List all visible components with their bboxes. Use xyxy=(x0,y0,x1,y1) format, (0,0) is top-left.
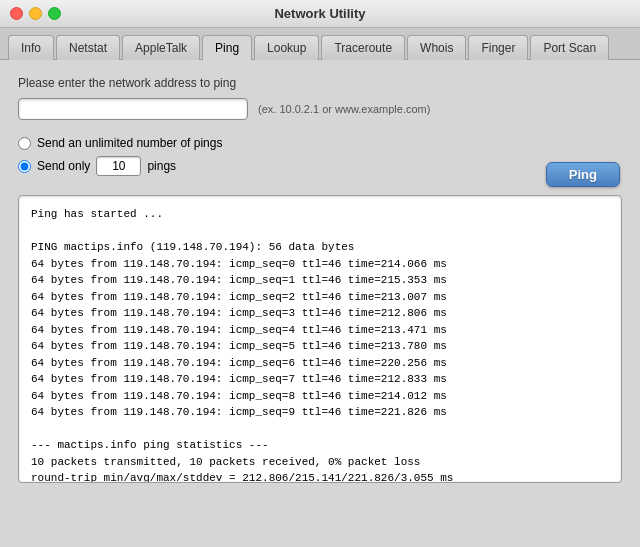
main-content: Please enter the network address to ping… xyxy=(0,60,640,499)
address-hint: (ex. 10.0.2.1 or www.example.com) xyxy=(258,103,430,115)
ping-button[interactable]: Ping xyxy=(546,162,620,187)
unlimited-label[interactable]: Send an unlimited number of pings xyxy=(37,136,222,150)
address-input[interactable] xyxy=(18,98,248,120)
maximize-button[interactable] xyxy=(48,7,61,20)
window-title: Network Utility xyxy=(274,6,365,21)
tab-appletalk[interactable]: AppleTalk xyxy=(122,35,200,60)
window-controls[interactable] xyxy=(10,7,61,20)
tab-info[interactable]: Info xyxy=(8,35,54,60)
minimize-button[interactable] xyxy=(29,7,42,20)
tab-finger[interactable]: Finger xyxy=(468,35,528,60)
address-section-label: Please enter the network address to ping xyxy=(18,76,622,90)
output-box[interactable]: Ping has started ... PING mactips.info (… xyxy=(18,195,622,483)
unlimited-radio-row: Send an unlimited number of pings xyxy=(18,136,622,150)
unlimited-radio[interactable] xyxy=(18,137,31,150)
address-row: (ex. 10.0.2.1 or www.example.com) xyxy=(18,98,622,120)
tab-portscan[interactable]: Port Scan xyxy=(530,35,609,60)
tab-ping[interactable]: Ping xyxy=(202,35,252,60)
tabbar: Info Netstat AppleTalk Ping Lookup Trace… xyxy=(0,28,640,60)
titlebar: Network Utility xyxy=(0,0,640,28)
tab-netstat[interactable]: Netstat xyxy=(56,35,120,60)
tab-lookup[interactable]: Lookup xyxy=(254,35,319,60)
tab-whois[interactable]: Whois xyxy=(407,35,466,60)
sendonly-radio[interactable] xyxy=(18,160,31,173)
pings-label: pings xyxy=(147,159,176,173)
sendonly-label[interactable]: Send only xyxy=(37,159,90,173)
close-button[interactable] xyxy=(10,7,23,20)
tab-traceroute[interactable]: Traceroute xyxy=(321,35,405,60)
ping-count-input[interactable] xyxy=(96,156,141,176)
